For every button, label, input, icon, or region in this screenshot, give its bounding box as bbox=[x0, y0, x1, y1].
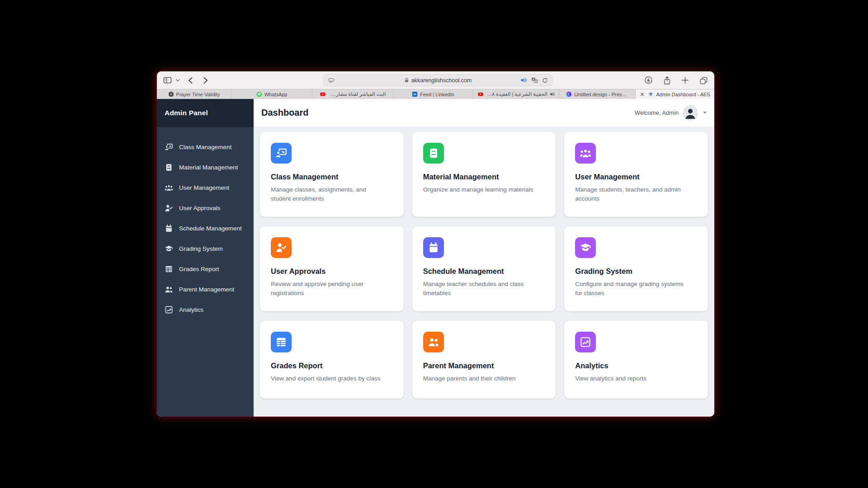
card-title: Analytics bbox=[575, 361, 697, 370]
card-description: Review and approve pending user registra… bbox=[271, 280, 385, 297]
grad-cap-icon bbox=[580, 242, 591, 253]
url-text: akkarenglishschool.com bbox=[411, 77, 472, 84]
close-tab-icon[interactable]: ✕ bbox=[640, 91, 644, 98]
user-check-icon bbox=[165, 204, 173, 212]
tab-favicon-whatsapp-icon bbox=[256, 91, 262, 97]
sidebar-item-grades-report[interactable]: Grades Report bbox=[157, 259, 254, 279]
card-title: Material Management bbox=[423, 173, 545, 181]
sidebar-item-label: Parent Management bbox=[179, 286, 234, 293]
sidebar-item-label: Grades Report bbox=[179, 266, 219, 272]
card-icon-tile bbox=[575, 332, 596, 352]
tab-title: Feed | LinkedIn bbox=[420, 92, 454, 97]
back-icon[interactable] bbox=[188, 77, 193, 84]
sidebar-item-label: Material Management bbox=[179, 164, 238, 171]
sidebar-item-grading-system[interactable]: Grading System bbox=[157, 239, 254, 259]
card-description: Manage teacher schedules and class timet… bbox=[423, 280, 538, 297]
sidebar-item-label: Schedule Management bbox=[179, 225, 242, 232]
avatar[interactable] bbox=[683, 105, 698, 121]
card-description: Manage classes, assignments, and student… bbox=[271, 185, 385, 203]
grad-cap-icon bbox=[165, 244, 173, 253]
tab-title: Untitled design - Presentati... bbox=[574, 92, 628, 97]
browser-tab-5[interactable]: الحقيبة الشرعية | العقيدة ٠٨ |... bbox=[473, 89, 559, 99]
card-title: Class Management bbox=[271, 173, 393, 181]
dashboard-grid: Class ManagementManage classes, assignme… bbox=[254, 127, 714, 417]
lock-icon bbox=[404, 77, 409, 83]
sidebar-item-analytics[interactable]: Analytics bbox=[157, 300, 254, 320]
card-icon-tile bbox=[423, 237, 444, 258]
card-title: Schedule Management bbox=[423, 267, 545, 276]
tab-audio-icon[interactable] bbox=[550, 92, 555, 97]
page-header: Dashboard Welcome, Admin bbox=[254, 99, 714, 127]
address-bar[interactable]: akkarenglishschool.com bbox=[323, 74, 552, 86]
tab-favicon-youtube-icon bbox=[477, 91, 484, 97]
new-tab-icon[interactable] bbox=[681, 76, 689, 84]
card-description: Manage parents and their children bbox=[423, 374, 538, 383]
sidebar-item-user-approvals[interactable]: User Approvals bbox=[157, 198, 254, 218]
card-title: Parent Management bbox=[423, 361, 545, 370]
card-material-management[interactable]: Material ManagementOrganize and manage l… bbox=[412, 132, 556, 217]
sidebar: Admin Panel Class ManagementMaterial Man… bbox=[157, 99, 254, 417]
table-icon bbox=[165, 265, 173, 273]
tab-favicon-aes-icon bbox=[648, 91, 654, 97]
svg-text:C: C bbox=[568, 92, 570, 96]
translate-icon[interactable] bbox=[531, 77, 538, 83]
table-icon bbox=[275, 336, 287, 348]
card-grades-report[interactable]: Grades ReportView and export student gra… bbox=[260, 321, 404, 399]
card-schedule-management[interactable]: Schedule ManagementManage teacher schedu… bbox=[412, 226, 556, 311]
tab-title: Prayer Time Validity bbox=[176, 92, 220, 97]
tab-title: WhatsApp bbox=[264, 92, 288, 97]
chevron-down-icon[interactable] bbox=[176, 79, 180, 82]
presentation-icon bbox=[165, 143, 173, 151]
card-description: Manage students, teachers, and admin acc… bbox=[575, 185, 689, 203]
chart-icon bbox=[580, 336, 591, 348]
sidebar-item-class-management[interactable]: Class Management bbox=[157, 137, 254, 157]
card-class-management[interactable]: Class ManagementManage classes, assignme… bbox=[260, 132, 404, 217]
card-icon-tile bbox=[271, 332, 292, 352]
sidebar-toggle-icon[interactable] bbox=[163, 76, 172, 84]
card-title: Grades Report bbox=[271, 361, 393, 370]
browser-toolbar: akkarenglishschool.com bbox=[157, 71, 714, 89]
card-title: User Approvals bbox=[271, 267, 393, 276]
user-check-icon bbox=[275, 242, 287, 253]
sidebar-item-schedule-management[interactable]: Schedule Management bbox=[157, 218, 254, 239]
chevron-down-icon[interactable] bbox=[703, 112, 707, 114]
card-user-approvals[interactable]: User ApprovalsReview and approve pending… bbox=[260, 226, 404, 311]
browser-tab-6[interactable]: CUntitled design - Presentati... bbox=[559, 89, 636, 99]
browser-tab-7[interactable]: ✕Admin Dashboard - AES bbox=[636, 89, 714, 99]
browser-tab-3[interactable]: البث المباشر لقناة مشاري راشد ال.. bbox=[312, 89, 393, 99]
audio-playing-icon[interactable] bbox=[520, 77, 527, 83]
forward-icon[interactable] bbox=[203, 77, 208, 84]
card-icon-tile bbox=[271, 237, 292, 258]
browser-tab-4[interactable]: inFeed | LinkedIn bbox=[393, 89, 474, 99]
sidebar-item-user-management[interactable]: User Management bbox=[157, 178, 254, 198]
tab-overview-icon[interactable] bbox=[699, 76, 708, 84]
card-icon-tile bbox=[423, 143, 444, 164]
browser-window: akkarenglishschool.com bbox=[157, 71, 714, 417]
sidebar-item-parent-management[interactable]: Parent Management bbox=[157, 279, 254, 300]
sidebar-item-material-management[interactable]: Material Management bbox=[157, 157, 254, 178]
users-two-icon bbox=[165, 285, 173, 294]
card-title: User Management bbox=[575, 173, 697, 181]
welcome-text: Welcome, Admin bbox=[635, 109, 679, 116]
tab-bar: Prayer Time ValidityWhatsAppالبث المباشر… bbox=[157, 89, 714, 99]
tab-favicon-youtube-icon bbox=[320, 91, 326, 97]
book-icon bbox=[165, 163, 173, 172]
share-icon[interactable] bbox=[663, 76, 671, 85]
browser-tab-1[interactable]: Prayer Time Validity bbox=[157, 89, 231, 99]
card-description: Organize and manage learning materials bbox=[423, 185, 538, 194]
downloads-icon[interactable] bbox=[644, 76, 653, 84]
presentation-icon bbox=[275, 147, 287, 159]
browser-tab-2[interactable]: WhatsApp bbox=[231, 89, 312, 99]
card-parent-management[interactable]: Parent ManagementManage parents and thei… bbox=[412, 321, 556, 399]
svg-text:in: in bbox=[414, 93, 416, 96]
sidebar-item-label: User Approvals bbox=[179, 205, 221, 211]
card-grading-system[interactable]: Grading SystemConfigure and manage gradi… bbox=[564, 226, 708, 311]
card-analytics[interactable]: AnalyticsView analytics and reports bbox=[564, 321, 708, 399]
card-title: Grading System bbox=[575, 267, 697, 276]
tab-favicon-linkedin-icon: in bbox=[412, 91, 418, 97]
reload-icon[interactable] bbox=[542, 77, 548, 84]
card-icon-tile bbox=[423, 332, 444, 352]
tab-title: Admin Dashboard - AES bbox=[656, 92, 710, 97]
card-user-management[interactable]: User ManagementManage students, teachers… bbox=[564, 132, 708, 217]
sidebar-item-label: Grading System bbox=[179, 245, 223, 252]
